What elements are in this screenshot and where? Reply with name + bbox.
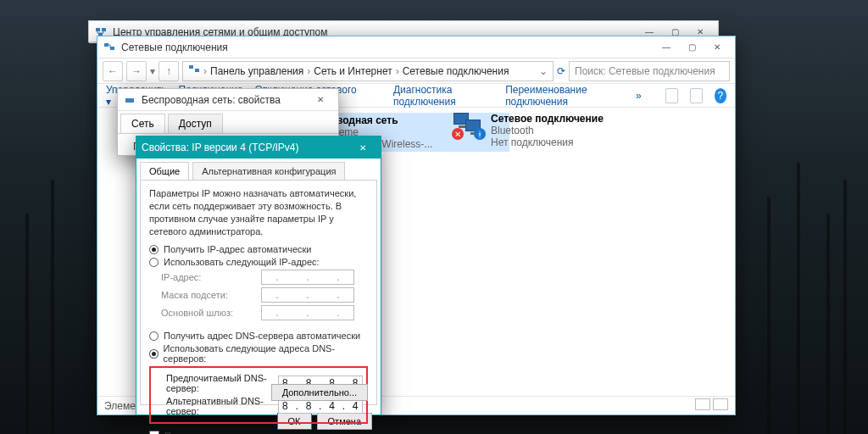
gateway-label: Основной шлюз: <box>161 308 256 318</box>
view-mode-buttons[interactable] <box>693 398 728 413</box>
bluetooth-icon: ᚼ <box>474 128 486 140</box>
validate-on-exit-checkbox[interactable]: Подтвердить параметры при выходе <box>149 431 368 434</box>
nav-recent-button[interactable]: ▾ <box>150 65 155 77</box>
radio-label: Получить адрес DNS-сервера автоматически <box>164 331 360 341</box>
nav-back-button[interactable]: ← <box>103 61 123 81</box>
radio-label: Использовать следующие адреса DNS-сервер… <box>164 343 368 364</box>
tab-alternate-config[interactable]: Альтернативная конфигурация <box>192 162 345 180</box>
minimize-button[interactable]: — <box>654 38 679 57</box>
ip-address-field: ... <box>261 270 354 285</box>
breadcrumb-segment[interactable]: Сеть и Интернет <box>314 65 392 77</box>
svg-rect-6 <box>195 69 199 72</box>
dialog-title: Беспроводная сеть: свойства <box>142 94 281 106</box>
tab-general[interactable]: Общие <box>140 162 189 180</box>
ipv4-panel: Параметры IP можно назначать автоматичес… <box>140 180 377 405</box>
radio-ip-manual[interactable]: Использовать следующий IP-адрес: <box>149 257 368 267</box>
alternate-dns-field[interactable]: 8. 8. 4. 4 <box>278 398 363 414</box>
address-bar: ← → ▾ ↑ › Панель управления › Сеть и Инт… <box>97 58 735 84</box>
svg-rect-7 <box>125 98 134 103</box>
gateway-field: ... <box>261 305 354 320</box>
alternate-dns-label: Альтернативный DNS-сервер: <box>166 396 273 416</box>
subnet-mask-label: Маска подсети: <box>161 290 256 300</box>
breadcrumb-dropdown-icon[interactable]: ⌄ <box>539 65 548 77</box>
radio-label: Получить IP-адрес автоматически <box>164 244 311 254</box>
checkbox-label: Подтвердить параметры при выходе <box>164 431 324 434</box>
svg-rect-5 <box>189 65 193 69</box>
preferred-dns-label: Предпочитаемый DNS-сервер: <box>166 373 273 393</box>
ip-address-label: IP-адрес: <box>161 272 256 282</box>
close-button[interactable]: ✕ <box>350 138 376 157</box>
breadcrumb[interactable]: › Панель управления › Сеть и Интернет › … <box>182 61 554 81</box>
dialog-title: Свойства: IP версии 4 (TCP/IPv4) <box>142 142 299 153</box>
close-button[interactable]: ✕ <box>308 91 333 109</box>
svg-rect-3 <box>104 43 108 47</box>
diagnose-button[interactable]: Диагностика подключения <box>393 84 493 108</box>
disconnected-x-icon: ✕ <box>452 128 464 140</box>
radio-dns-manual[interactable]: Использовать следующие адреса DNS-сервер… <box>149 343 368 364</box>
help-button[interactable]: ? <box>715 88 727 103</box>
connection-adapter: Нет подключения <box>491 136 604 148</box>
search-placeholder: Поиск: Сетевые подключения <box>575 65 715 77</box>
window-title: Сетевые подключения <box>121 42 228 53</box>
breadcrumb-segment[interactable]: Панель управления <box>210 65 303 77</box>
radio-icon <box>149 258 159 267</box>
radio-icon <box>149 331 159 341</box>
connection-item-bluetooth[interactable]: ✕ ᚼ Сетевое подключение Bluetooth Нет по… <box>453 113 604 148</box>
view-options-button[interactable] <box>665 88 678 103</box>
adapter-icon <box>123 93 136 107</box>
advanced-button[interactable]: Дополнительно... <box>271 384 368 401</box>
nav-forward-button[interactable]: → <box>126 61 147 81</box>
network-connections-icon <box>188 64 200 78</box>
nav-up-button[interactable]: ↑ <box>159 61 179 81</box>
svg-rect-4 <box>110 47 114 50</box>
connection-status: Bluetooth <box>491 125 604 136</box>
checkbox-icon <box>149 431 159 434</box>
radio-icon <box>149 349 159 359</box>
tab-network[interactable]: Сеть <box>120 114 165 133</box>
rename-button[interactable]: Переименование подключения <box>505 84 624 108</box>
refresh-button[interactable]: ⟳ <box>557 65 565 77</box>
svg-rect-1 <box>102 28 106 31</box>
radio-label: Использовать следующий IP-адрес: <box>164 257 320 267</box>
subnet-mask-field: ... <box>261 287 354 303</box>
ipv4-properties-dialog: Свойства: IP версии 4 (TCP/IPv4) ✕ Общие… <box>136 136 381 415</box>
connection-name: Сетевое подключение <box>491 113 604 125</box>
search-input[interactable]: Поиск: Сетевые подключения <box>569 61 730 81</box>
radio-dns-auto[interactable]: Получить адрес DNS-сервера автоматически <box>149 331 368 341</box>
close-button[interactable]: ✕ <box>704 38 730 57</box>
preview-pane-button[interactable] <box>690 88 703 103</box>
ipv4-hint-text: Параметры IP можно назначать автоматичес… <box>149 187 368 237</box>
maximize-button[interactable]: ▢ <box>679 38 704 57</box>
network-connections-icon <box>103 41 116 54</box>
tab-access[interactable]: Доступ <box>168 114 223 133</box>
breadcrumb-segment[interactable]: Сетевые подключения <box>403 65 509 77</box>
radio-ip-auto[interactable]: Получить IP-адрес автоматически <box>149 244 368 254</box>
overflow-button[interactable]: » <box>636 90 642 102</box>
radio-icon <box>149 245 159 254</box>
connection-icon: ✕ ᚼ <box>453 113 484 138</box>
svg-rect-0 <box>96 28 100 31</box>
